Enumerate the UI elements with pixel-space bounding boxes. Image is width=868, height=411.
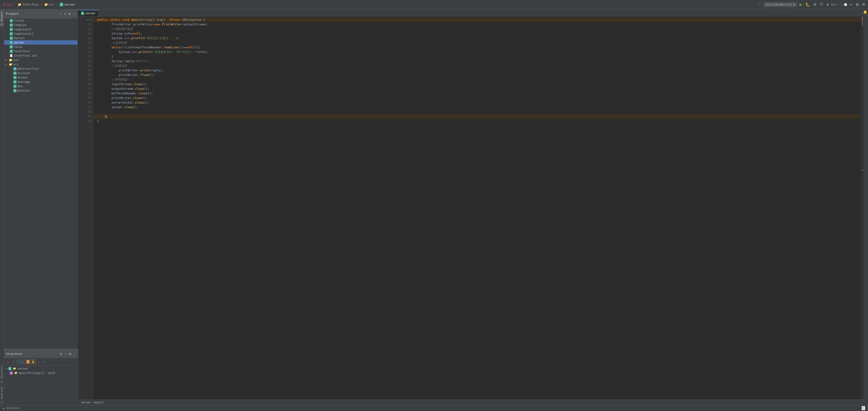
run-inline-btn[interactable]: ▶ (88, 18, 89, 22)
code-line-20[interactable]: System.out.println("服务器正在建立..."); (93, 36, 861, 40)
class-icon: C (10, 50, 13, 53)
show-protected-btn[interactable]: p (22, 360, 26, 364)
code-line-28[interactable]: printWriter.flush(); (93, 73, 861, 77)
stop-button[interactable]: ■ (826, 2, 830, 7)
code-line-25[interactable]: String reply="Hello!"; (93, 59, 861, 64)
structure-sort-btn[interactable]: ⇅ (59, 352, 63, 356)
code-line-21[interactable]: //反馈信息 (93, 40, 861, 45)
favorites-tab-vertical[interactable]: 2: Favorites (0, 384, 4, 405)
breadcrumb-git: git (7, 3, 12, 6)
code-line-18[interactable]: //读取用户信息 (93, 27, 861, 31)
breadcrumb-server[interactable]: C server (60, 3, 75, 6)
collapse-icon-btn[interactable]: ≡ (63, 11, 66, 16)
class-icon: C (10, 32, 13, 35)
show-test-btn[interactable]: T (17, 360, 21, 364)
tree-item-tocaltest[interactable]: C ToCalTest (4, 49, 78, 53)
project-tab-vertical[interactable]: 1: Project (0, 9, 4, 27)
undo-button[interactable]: ↩ (849, 2, 854, 7)
editor-tab-server[interactable]: C server (78, 10, 98, 16)
tree-item-client[interactable]: C Client (4, 19, 78, 23)
tree-item-account[interactable]: C Account (4, 71, 78, 75)
folder-icon: 📁 (9, 63, 12, 66)
code-line-30[interactable]: inputStream.close(); (93, 82, 861, 87)
line-num-32: 32 (82, 91, 93, 96)
code-line-37[interactable]: } (93, 114, 861, 119)
code-line-7[interactable]: public static void main(String[] args) t… (93, 18, 861, 22)
status-gear-btn[interactable]: ⚙ (862, 406, 865, 410)
code-line-34[interactable]: serverSocket.close(); (93, 100, 861, 105)
class-icon: C (10, 24, 13, 27)
structure-tab-vertical[interactable]: Z: Structure (0, 364, 4, 384)
code-line-26[interactable]: //传递信息 (93, 64, 861, 68)
code-line-31[interactable]: outputStream.close(); (93, 87, 861, 91)
coverage-button[interactable]: ⚙ (812, 2, 817, 7)
profile-button[interactable]: ⏱ (819, 2, 824, 7)
tree-item-complexcall[interactable]: C ComplexCall (4, 32, 78, 36)
gear-icon-btn[interactable]: ⚙ (68, 11, 71, 16)
fold-38 (78, 118, 82, 122)
tree-item-server[interactable]: C server (4, 40, 78, 45)
struct-item-server[interactable]: ▼ C 📁 server (4, 366, 78, 371)
fold-22[interactable]: ▼ (78, 44, 82, 49)
structure-gear-btn[interactable]: ⚙ (68, 352, 72, 356)
line-num-19: 19 (82, 31, 93, 36)
line-num-27: 27 (82, 68, 93, 73)
bc-main[interactable]: main() (95, 401, 104, 404)
tree-item-complexcal[interactable]: C ComplexCal (4, 27, 78, 32)
show-tree-btn[interactable]: ⋮ (37, 359, 42, 364)
code-area[interactable]: public static void main(String[] args) t… (93, 17, 861, 400)
breadcrumb-interface[interactable]: 📁 Interface (18, 3, 38, 6)
code-line-27[interactable]: printWriter.write(reply); (93, 68, 861, 73)
tree-item-iml[interactable]: 📄 Interface.iml (4, 53, 78, 58)
tree-item-complex[interactable]: C Complex (4, 23, 78, 27)
code-line-38[interactable]: } (93, 119, 861, 123)
fold-7[interactable]: ▼ (78, 17, 82, 21)
minus-icon-btn[interactable]: − (73, 11, 76, 16)
sort-type-btn[interactable]: ↕↓ (11, 360, 16, 364)
line-num-37: 37 (82, 114, 93, 119)
right-vtab-notifications[interactable]: 🔔 (864, 9, 868, 15)
tree-item-abstracttest[interactable]: C AbstractTest (4, 66, 78, 71)
code-line-29[interactable]: //关闭资源 (93, 77, 861, 82)
tree-item-box[interactable]: C Box (4, 84, 78, 88)
fold-24[interactable]: ▲ (78, 53, 82, 58)
scrollbar-track[interactable] (861, 17, 864, 400)
bc-server[interactable]: server (81, 401, 91, 404)
tree-item-ration[interactable]: C Ration (4, 36, 78, 40)
debug-button[interactable]: 🐛 (805, 2, 811, 7)
show-lock-btn[interactable]: 🔒 (30, 359, 36, 364)
code-line-24[interactable]: } (93, 54, 861, 59)
fold-37[interactable]: ▲ (78, 113, 82, 118)
tree-item-boxtest[interactable]: C BoxTest (4, 88, 78, 93)
tree-item-src[interactable]: ▼ 📁 src (4, 62, 78, 66)
structure-sort2-btn[interactable]: ↕ (64, 352, 67, 356)
code-line-32[interactable]: bufferedReader.close(); (93, 91, 861, 96)
code-line-17[interactable]: PrintWriter printWriter=new PrintWriter(… (93, 22, 861, 27)
line-num-22: 22 (82, 45, 93, 50)
code-line-22[interactable]: while(!((info=bufferedReader.readLine())… (93, 45, 861, 50)
layout-button[interactable]: ⊞ (855, 2, 860, 7)
code-line-36[interactable] (93, 109, 861, 114)
run-button[interactable]: ▶ (799, 2, 803, 7)
scrollbar-thumb[interactable] (862, 17, 863, 26)
back-button[interactable]: ← (757, 2, 763, 7)
main-area: 1: Project Z: Structure 2: Favorites Pro… (0, 9, 868, 405)
code-line-35[interactable]: socket.close(); (93, 105, 861, 109)
structure-minus-btn[interactable]: − (73, 352, 76, 356)
run-config-dropdown[interactable]: RationNumberTest ▼ (764, 2, 797, 7)
code-line-19[interactable]: String info=null; (93, 31, 861, 36)
add-icon-btn[interactable]: + (59, 11, 62, 16)
struct-item-main[interactable]: m 📁 main(String[]): void (4, 371, 78, 375)
tree-item-tocal[interactable]: C ToCal (4, 45, 78, 49)
sort-alpha-btn[interactable]: ↕↕ (5, 360, 10, 364)
tree-item-animal[interactable]: C Animal (4, 75, 78, 80)
tree-item-average[interactable]: C Average (4, 80, 78, 84)
code-line-33[interactable]: printWriter.close(); (93, 96, 861, 100)
fold-29 (78, 76, 82, 81)
show-more-btn[interactable]: » (42, 360, 46, 364)
code-line-23[interactable]: System.out.println("我是服务器CC，用户信息为："+info… (93, 50, 861, 54)
tree-item-out[interactable]: ▶ 📁 out (4, 58, 78, 62)
show-fields-btn[interactable]: f (27, 360, 29, 364)
settings-button[interactable]: ⚙ (861, 2, 866, 7)
breadcrumb-src[interactable]: 📁 src (44, 3, 54, 6)
